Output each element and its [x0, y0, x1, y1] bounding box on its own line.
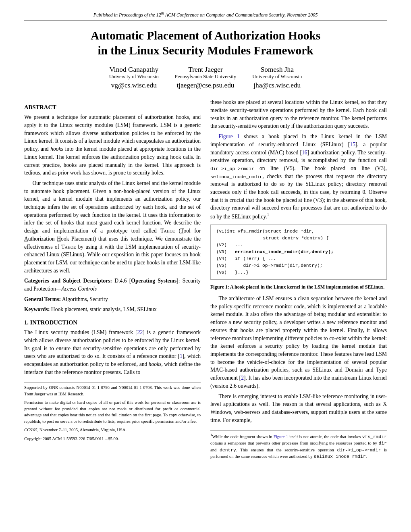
abstract-para-1: We present a technique for automatic pla…	[24, 113, 201, 177]
categories-label: Categories and Subject Descriptors:	[24, 278, 112, 284]
paper-title: Automatic Placement of Authorization Hoo…	[24, 28, 387, 58]
code-line-3: (V2) ...	[216, 242, 381, 249]
right-footnote-area: 1While the code fragment shown in Figure…	[210, 430, 387, 460]
intro-section: 1. INTRODUCTION The Linux security modul…	[24, 319, 201, 376]
author-3-affil: University of Wisconsin	[252, 74, 302, 80]
right-para-1: these hooks are placed at several locati…	[210, 98, 387, 130]
author-2-name: Trent Jaeger	[175, 66, 237, 74]
intro-title: 1. INTRODUCTION	[24, 319, 201, 326]
author-1-email: vg@cs.wisc.edu	[109, 81, 159, 89]
author-3: Somesh Jha University of Wisconsin jha@c…	[252, 66, 302, 89]
author-3-email: jha@cs.wisc.edu	[252, 81, 302, 89]
abstract-para-2: Our technique uses static analysis of th…	[24, 179, 201, 274]
author-1-name: Vinod Ganapathy	[109, 66, 159, 74]
code-line-7: (V6) }...}	[216, 269, 381, 276]
code-line-2: struct dentry *dentry) {	[216, 235, 381, 242]
publication-bar: Published in Proceedings of the 12th ACM…	[24, 11, 387, 21]
footnote-support: Supported by ONR contracts N00014-01-1-0…	[24, 384, 201, 397]
code-line-1: (V1)int vfs_rmdir(struct inode *dir,	[216, 228, 381, 235]
title-section: Automatic Placement of Authorization Hoo…	[24, 28, 387, 89]
figure-caption: Figure 1: A hook placed in the Linux ker…	[210, 284, 387, 291]
page: Published in Proceedings of the 12th ACM…	[0, 0, 411, 532]
left-column: ABSTRACT We present a technique for auto…	[24, 98, 201, 462]
author-2: Trent Jaeger Pennsylvania State Universi…	[175, 66, 237, 89]
code-line-5: (V4) if (!err) { ...	[216, 256, 381, 262]
right-para-3: The architecture of LSM ensures a clean …	[210, 295, 387, 390]
two-col-layout: ABSTRACT We present a technique for auto…	[24, 98, 387, 462]
author-1: Vinod Ganapathy University of Wisconsin …	[109, 66, 159, 89]
abstract-section: ABSTRACT We present a technique for auto…	[24, 104, 201, 274]
abstract-title: ABSTRACT	[24, 104, 201, 111]
footnote-copyright: Copyright 2005 ACM 1-59593-226-7/05/0011…	[24, 436, 201, 442]
keywords-line: Keywords: Hook placement, static analysi…	[24, 305, 201, 314]
right-para-4: There is emerging interest to enable LSM…	[210, 393, 387, 424]
code-figure: (V1)int vfs_rmdir(struct inode *dir, str…	[210, 224, 387, 280]
code-line-4: (V3) err=selinux_inode_rmdir(dir,dentry)…	[216, 249, 381, 256]
footnote-permission: Permission to make digital or hard copie…	[24, 399, 201, 424]
right-column: these hooks are placed at several locati…	[210, 98, 387, 462]
author-2-affil: Pennsylvania State University	[175, 74, 237, 80]
keywords-label: Keywords:	[24, 306, 50, 312]
footnote-ccs: CCS'05, November 7–11, 2005, Alexandria,…	[24, 427, 201, 433]
pub-text: Published in Proceedings of the 12th ACM…	[93, 12, 318, 18]
right-para-2: Figure 1 shows a hook placed in the Linu…	[210, 133, 387, 220]
general-terms-line: General Terms: Algorithms, Security	[24, 295, 201, 303]
author-3-name: Somesh Jha	[252, 66, 302, 74]
categories-line: Categories and Subject Descriptors: D.4.…	[24, 277, 201, 293]
footnote-area: Supported by ONR contracts N00014-01-1-0…	[24, 382, 201, 442]
author-2-email: tjaeger@cse.psu.edu	[175, 81, 237, 89]
authors-row: Vinod Ganapathy University of Wisconsin …	[24, 66, 387, 89]
author-1-affil: University of Wisconsin	[109, 74, 159, 80]
right-footnote-1: 1While the code fragment shown in Figure…	[210, 432, 387, 460]
intro-para-1: The Linux security modules (LSM) framewo…	[24, 328, 201, 376]
general-terms-label: General Terms:	[24, 296, 61, 302]
code-line-6: (V5) dir->i_op->rmdir(dir,dentry);	[216, 262, 381, 269]
